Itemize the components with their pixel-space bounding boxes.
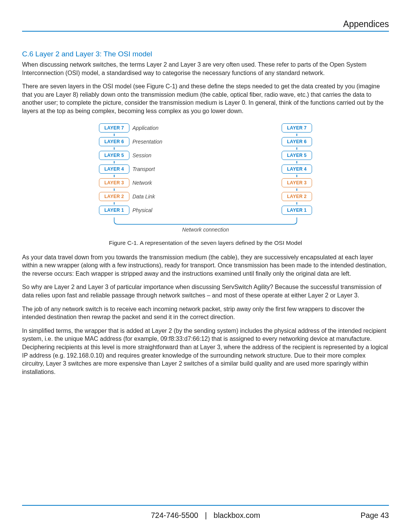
layer-box: LAYER 2	[99, 192, 129, 201]
layer-box: LAYER 6	[99, 137, 129, 146]
layer-box: LAYER 5	[282, 151, 312, 160]
layer-box: LAYER 3	[282, 178, 312, 187]
layer-box: LAYER 2	[282, 192, 312, 201]
layer-label: Network	[132, 180, 152, 186]
layer-box: LAYER 6	[282, 137, 312, 146]
page: Appendices C.6 Layer 2 and Layer 3: The …	[0, 0, 411, 532]
header: Appendices	[22, 19, 389, 32]
layer-label: Application	[132, 125, 159, 131]
layer-row: LAYER 5Session	[99, 150, 151, 161]
layer-box: LAYER 7	[99, 123, 129, 133]
layer-row: LAYER 3Network	[99, 177, 152, 189]
osi-stack-right: LAYER 7LAYER 6LAYER 5LAYER 4LAYER 3LAYER…	[282, 122, 312, 216]
layer-row: LAYER 2Data Link	[99, 191, 155, 202]
layer-box: LAYER 7	[282, 123, 312, 133]
layer-row: LAYER 6	[282, 136, 312, 147]
footer-phone: 724-746-5500	[151, 511, 198, 519]
header-title: Appendices	[343, 19, 389, 29]
layer-row: LAYER 2	[282, 191, 312, 202]
paragraph: The job of any network switch is to rece…	[22, 305, 389, 321]
osi-stack-left: LAYER 7ApplicationLAYER 6PresentationLAY…	[99, 122, 162, 216]
layer-row: LAYER 4	[282, 163, 312, 175]
layer-row: LAYER 1Physical	[99, 204, 152, 216]
footer-contact: 724-746-5500 | blackbox.com	[68, 511, 343, 520]
layer-box: LAYER 5	[99, 151, 129, 160]
layer-label: Presentation	[132, 139, 162, 145]
layer-label: Transport	[132, 166, 155, 172]
layer-box: LAYER 4	[282, 165, 312, 174]
footer-divider: |	[205, 511, 207, 519]
paragraph: As your data travel down from you toward…	[22, 253, 389, 278]
layer-label: Data Link	[132, 193, 155, 200]
layer-label: Physical	[132, 207, 152, 213]
layer-row: LAYER 5	[282, 150, 312, 161]
layer-row: LAYER 7	[282, 122, 312, 134]
layer-label: Session	[132, 152, 151, 158]
layer-row: LAYER 7Application	[99, 122, 159, 134]
network-connection-line	[99, 217, 312, 226]
layer-box: LAYER 3	[99, 178, 129, 187]
layer-box: LAYER 1	[99, 206, 129, 215]
paragraph: So why are Layer 2 and Layer 3 of partic…	[22, 283, 389, 299]
page-number: Page 43	[343, 511, 389, 520]
network-connection-label: Network connection	[99, 227, 312, 233]
section-heading: C.6 Layer 2 and Layer 3: The OSI model	[22, 50, 389, 58]
layer-row: LAYER 4Transport	[99, 163, 155, 175]
paragraph: When discussing network switches, the te…	[22, 61, 389, 77]
layer-row: LAYER 3	[282, 177, 312, 189]
paragraph: In simplified terms, the wrapper that is…	[22, 327, 389, 376]
paragraph: There are seven layers in the OSI model …	[22, 82, 389, 115]
footer: 724-746-5500 | blackbox.com Page 43	[22, 505, 389, 520]
layer-box: LAYER 1	[282, 206, 312, 215]
layer-row: LAYER 6Presentation	[99, 136, 162, 147]
layer-box: LAYER 4	[99, 165, 129, 174]
footer-site: blackbox.com	[213, 511, 260, 519]
figure-caption: Figure C-1. A representation of the seve…	[22, 240, 389, 246]
layer-row: LAYER 1	[282, 204, 312, 216]
osi-diagram: LAYER 7ApplicationLAYER 6PresentationLAY…	[99, 122, 312, 233]
